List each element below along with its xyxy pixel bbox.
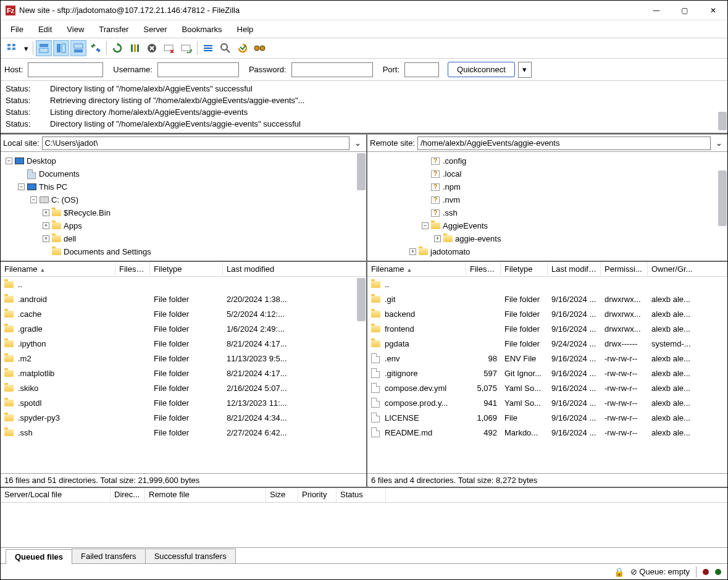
search-icon[interactable] xyxy=(217,40,233,56)
tree-item[interactable]: ?.nvm xyxy=(369,193,726,206)
col-lastmod[interactable]: Last modifi... xyxy=(548,263,601,275)
local-filelist[interactable]: Filename▲ Filesize Filetype Last modifie… xyxy=(1,262,366,473)
port-input[interactable] xyxy=(404,62,439,77)
remote-filelist[interactable]: Filename▲ Filesize Filetype Last modifi.… xyxy=(367,262,727,473)
file-row[interactable]: .sshFile folder2/27/2024 6:42... xyxy=(1,425,366,440)
queue-col[interactable]: Status xyxy=(337,488,386,502)
toggle-queue-icon[interactable] xyxy=(70,40,86,56)
close-button[interactable]: ✕ xyxy=(699,1,727,20)
quickconnect-dropdown-icon[interactable]: ▾ xyxy=(518,62,532,78)
log-scrollbar[interactable] xyxy=(718,112,727,130)
tree-item[interactable]: ?.config xyxy=(369,154,726,167)
tree-item[interactable]: −C: (OS) xyxy=(2,193,365,206)
password-input[interactable] xyxy=(291,62,373,77)
tree-item[interactable]: ?.local xyxy=(369,167,726,180)
find-icon[interactable] xyxy=(252,40,268,56)
file-row[interactable]: compose.prod.y...941Yaml So...9/16/2024 … xyxy=(367,395,727,410)
queue-col[interactable]: Direc... xyxy=(111,488,145,502)
local-path-dropdown-icon[interactable]: ⌄ xyxy=(352,138,364,148)
sitemanager-dropdown-icon[interactable]: ▾ xyxy=(22,40,30,56)
menu-help[interactable]: Help xyxy=(231,22,260,36)
local-tree[interactable]: −DesktopDocuments−This PC−C: (OS)+$Recyc… xyxy=(1,152,366,262)
local-tree-scrollbar[interactable] xyxy=(357,153,366,190)
local-list-scrollbar[interactable] xyxy=(357,278,366,321)
file-row[interactable]: frontendFile folder9/16/2024 ...drwxrwx.… xyxy=(367,321,727,336)
menu-bookmarks[interactable]: Bookmarks xyxy=(176,22,228,36)
tree-item[interactable]: +Apps xyxy=(2,219,365,232)
col-filename[interactable]: Filename▲ xyxy=(1,263,115,275)
compare-icon[interactable] xyxy=(235,40,251,56)
process-queue-icon[interactable] xyxy=(127,40,143,56)
tree-item[interactable]: +jadotomato xyxy=(369,245,726,258)
file-row[interactable]: .spyder-py3File folder8/21/2024 4:34... xyxy=(1,410,366,425)
queue-col[interactable]: Server/Local file xyxy=(1,488,111,502)
menu-edit[interactable]: Edit xyxy=(32,22,58,36)
log-pane[interactable]: Status:Directory listing of "/home/alexb… xyxy=(1,81,727,134)
file-row[interactable]: .cacheFile folder5/2/2024 4:12:... xyxy=(1,306,366,321)
tree-item[interactable]: +$Recycle.Bin xyxy=(2,206,365,219)
file-row[interactable]: .env98ENV File9/16/2024 ...-rw-rw-r--ale… xyxy=(367,351,727,366)
menu-file[interactable]: File xyxy=(4,22,30,36)
col-filetype[interactable]: Filetype xyxy=(501,263,548,275)
remote-path-input[interactable] xyxy=(417,137,711,150)
tree-item[interactable]: +aggie-events xyxy=(369,232,726,245)
tree-item[interactable]: ?.npm xyxy=(369,180,726,193)
tree-item[interactable]: ?.ssh xyxy=(369,206,726,219)
tree-item[interactable]: +dell xyxy=(2,232,365,245)
remote-path-dropdown-icon[interactable]: ⌄ xyxy=(713,138,725,148)
file-row[interactable]: .androidFile folder2/20/2024 1:38... xyxy=(1,292,366,306)
menu-transfer[interactable]: Transfer xyxy=(93,22,135,36)
file-row[interactable]: .skikoFile folder2/16/2024 5:07... xyxy=(1,380,366,395)
file-row[interactable]: pgdataFile folder9/24/2024 ...drwx------… xyxy=(367,336,727,351)
reconnect-icon[interactable] xyxy=(178,40,195,56)
toggle-tree-icon[interactable] xyxy=(53,40,69,56)
col-filetype[interactable]: Filetype xyxy=(150,263,223,275)
maximize-button[interactable]: ▢ xyxy=(671,1,699,20)
menu-server[interactable]: Server xyxy=(137,22,173,36)
file-row[interactable]: README.md492Markdo...9/16/2024 ...-rw-rw… xyxy=(367,425,727,440)
queue-col[interactable]: Size xyxy=(266,488,298,502)
col-filesize[interactable]: Filesize xyxy=(115,263,150,275)
queue-body[interactable] xyxy=(1,503,727,547)
tree-item[interactable]: −Desktop xyxy=(2,154,365,167)
minimize-button[interactable]: — xyxy=(642,1,671,20)
toggle-log-icon[interactable] xyxy=(36,40,52,56)
file-row[interactable]: LICENSE1,069File9/16/2024 ...-rw-rw-r--a… xyxy=(367,410,727,425)
col-filesize[interactable]: Filesize xyxy=(466,263,501,275)
file-row[interactable]: .. xyxy=(367,277,727,292)
file-row[interactable]: .gradleFile folder1/6/2024 2:49:... xyxy=(1,321,366,336)
menu-view[interactable]: View xyxy=(61,22,90,36)
col-filename[interactable]: Filename▲ xyxy=(367,263,466,275)
file-row[interactable]: .gitFile folder9/16/2024 ...drwxrwx...al… xyxy=(367,292,727,306)
file-row[interactable]: .gitignore597Git Ignor...9/16/2024 ...-r… xyxy=(367,366,727,380)
remote-tree-scrollbar[interactable] xyxy=(718,170,727,226)
file-row[interactable]: .. xyxy=(1,277,366,292)
queue-col[interactable]: Priority xyxy=(298,488,337,502)
tab-successful[interactable]: Successful transfers xyxy=(145,548,236,563)
local-path-input[interactable] xyxy=(42,137,349,150)
file-row[interactable]: backendFile folder9/16/2024 ...drwxrwx..… xyxy=(367,306,727,321)
tab-queued[interactable]: Queued files xyxy=(6,549,72,564)
file-row[interactable]: .m2File folder11/13/2023 9:5... xyxy=(1,351,366,366)
file-row[interactable]: compose.dev.yml5,075Yaml So...9/16/2024 … xyxy=(367,380,727,395)
filter-icon[interactable] xyxy=(200,40,216,56)
tree-item[interactable]: −AggieEvents xyxy=(369,219,726,232)
file-row[interactable]: .ipythonFile folder8/21/2024 4:17... xyxy=(1,336,366,351)
cancel-icon[interactable] xyxy=(144,40,160,56)
col-lastmod[interactable]: Last modified xyxy=(223,263,366,275)
file-row[interactable]: .matplotlibFile folder8/21/2024 4:17... xyxy=(1,366,366,380)
col-permissions[interactable]: Permissi... xyxy=(601,263,648,275)
tree-item[interactable]: −This PC xyxy=(2,180,365,193)
sitemanager-icon[interactable] xyxy=(4,40,20,56)
quickconnect-button[interactable]: Quickconnect xyxy=(448,62,515,77)
tab-failed[interactable]: Failed transfers xyxy=(72,548,146,563)
sync-browse-icon[interactable] xyxy=(88,40,104,56)
tree-item[interactable]: Documents xyxy=(2,167,365,180)
disconnect-icon[interactable] xyxy=(161,40,177,56)
refresh-icon[interactable] xyxy=(109,40,125,56)
username-input[interactable] xyxy=(157,62,239,77)
col-owner[interactable]: Owner/Gr... xyxy=(648,263,727,275)
tree-item[interactable]: Documents and Settings xyxy=(2,245,365,258)
remote-tree[interactable]: ?.config?.local?.npm?.nvm?.ssh−AggieEven… xyxy=(367,152,727,262)
host-input[interactable] xyxy=(28,62,103,77)
